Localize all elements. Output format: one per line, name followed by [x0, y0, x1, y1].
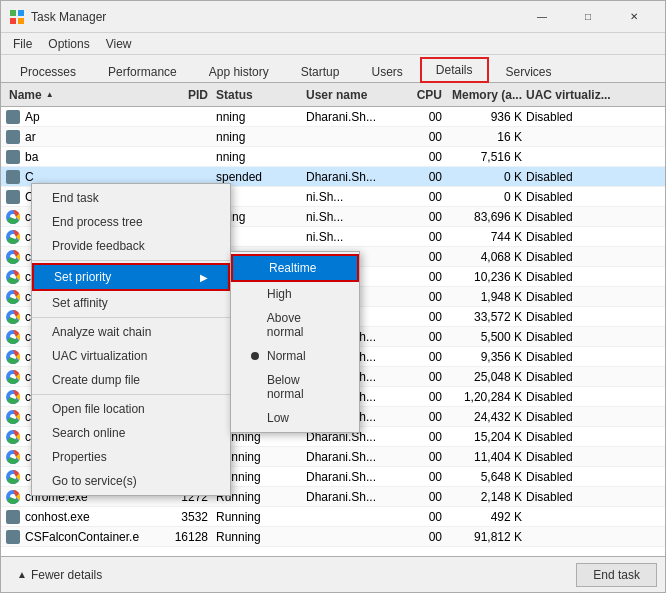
cell-uac: Disabled: [526, 110, 616, 124]
cell-user: Dharani.Sh...: [306, 110, 406, 124]
cell-cpu: 00: [406, 170, 446, 184]
menu-bar: File Options View: [1, 33, 665, 55]
tab-app-history[interactable]: App history: [194, 60, 284, 83]
ctx-end-process-tree[interactable]: End process tree: [32, 210, 230, 234]
svg-rect-1: [18, 10, 24, 16]
ctx-search-online[interactable]: Search online: [32, 421, 230, 445]
cell-mem: 83,696 K: [446, 210, 526, 224]
priority-realtime-label: Realtime: [269, 261, 316, 275]
cell-pid: 3532: [161, 510, 216, 524]
tab-services[interactable]: Services: [491, 60, 567, 83]
table-row[interactable]: ar nning 00 16 K: [1, 127, 665, 147]
ctx-separator-3: [32, 394, 230, 395]
cell-user: ni.Sh...: [306, 210, 406, 224]
cell-uac: Disabled: [526, 490, 616, 504]
ctx-open-file-location[interactable]: Open file location: [32, 397, 230, 421]
priority-normal-label: Normal: [267, 349, 306, 363]
cell-cpu: 00: [406, 190, 446, 204]
cell-mem: 4,068 K: [446, 250, 526, 264]
cell-process-name: ba: [1, 149, 161, 165]
maximize-button[interactable]: □: [565, 1, 611, 33]
process-icon: [5, 229, 21, 245]
cell-user: ni.Sh...: [306, 230, 406, 244]
cell-mem: 0 K: [446, 170, 526, 184]
tab-performance[interactable]: Performance: [93, 60, 192, 83]
svg-rect-5: [6, 130, 20, 144]
tab-startup[interactable]: Startup: [286, 60, 355, 83]
cell-uac: Disabled: [526, 370, 616, 384]
menu-options[interactable]: Options: [40, 35, 97, 53]
cell-mem: 5,500 K: [446, 330, 526, 344]
cell-cpu: 00: [406, 150, 446, 164]
tab-processes[interactable]: Processes: [5, 60, 91, 83]
cell-mem: 0 K: [446, 190, 526, 204]
cell-uac: Disabled: [526, 410, 616, 424]
cell-cpu: 00: [406, 110, 446, 124]
cell-user: Dharani.Sh...: [306, 470, 406, 484]
ctx-set-priority-label: Set priority: [54, 270, 111, 284]
cell-cpu: 00: [406, 350, 446, 364]
cell-mem: 24,432 K: [446, 410, 526, 424]
col-header-cpu[interactable]: CPU: [406, 88, 446, 102]
priority-below-normal-label: Below normal: [267, 373, 339, 401]
cell-cpu: 00: [406, 290, 446, 304]
tab-bar: Processes Performance App history Startu…: [1, 55, 665, 83]
col-header-pid[interactable]: PID: [161, 88, 216, 102]
ctx-end-task[interactable]: End task: [32, 186, 230, 210]
cell-mem: 1,948 K: [446, 290, 526, 304]
cell-uac: Disabled: [526, 290, 616, 304]
priority-normal[interactable]: Normal: [231, 344, 359, 368]
process-icon: [5, 529, 21, 545]
col-header-mem[interactable]: Memory (a...: [446, 88, 526, 102]
task-manager-window: Task Manager — □ ✕ File Options View Pro…: [0, 0, 666, 593]
priority-above-normal[interactable]: Above normal: [231, 306, 359, 344]
tab-users[interactable]: Users: [356, 60, 417, 83]
submenu-arrow-icon: ▶: [200, 272, 208, 283]
table-row[interactable]: conhost.exe 3532 Running 00 492 K: [1, 507, 665, 527]
cell-uac: Disabled: [526, 210, 616, 224]
table-row[interactable]: ba nning 00 7,516 K: [1, 147, 665, 167]
priority-high[interactable]: High: [231, 282, 359, 306]
cell-mem: 7,516 K: [446, 150, 526, 164]
fewer-details-label: Fewer details: [31, 568, 102, 582]
title-bar: Task Manager — □ ✕: [1, 1, 665, 33]
tab-details[interactable]: Details: [420, 57, 489, 83]
cell-uac: Disabled: [526, 390, 616, 404]
ctx-properties[interactable]: Properties: [32, 445, 230, 469]
ctx-provide-feedback[interactable]: Provide feedback: [32, 234, 230, 258]
table-row[interactable]: CSFalconContainer.e 16128 Running 00 91,…: [1, 527, 665, 547]
ctx-analyze-wait-chain[interactable]: Analyze wait chain: [32, 320, 230, 344]
end-task-button[interactable]: End task: [576, 563, 657, 587]
app-icon: [9, 9, 25, 25]
priority-low[interactable]: Low: [231, 406, 359, 430]
cell-pid: 16128: [161, 530, 216, 544]
cell-uac: Disabled: [526, 470, 616, 484]
ctx-separator-2: [32, 317, 230, 318]
fewer-details-arrow-icon: ▲: [17, 569, 27, 580]
minimize-button[interactable]: —: [519, 1, 565, 33]
table-row[interactable]: Ap nning Dharani.Sh... 00 936 K Disabled: [1, 107, 665, 127]
col-header-user[interactable]: User name: [306, 88, 406, 102]
ctx-set-priority[interactable]: Set priority ▶: [32, 263, 230, 291]
menu-file[interactable]: File: [5, 35, 40, 53]
ctx-go-to-service[interactable]: Go to service(s): [32, 469, 230, 493]
fewer-details-button[interactable]: ▲ Fewer details: [9, 564, 110, 586]
cell-mem: 16 K: [446, 130, 526, 144]
col-header-uac[interactable]: UAC virtualiz...: [526, 88, 616, 102]
menu-view[interactable]: View: [98, 35, 140, 53]
close-button[interactable]: ✕: [611, 1, 657, 33]
cell-status: nning: [216, 110, 306, 124]
cell-status: Running: [216, 530, 306, 544]
process-icon: [5, 109, 21, 125]
ctx-uac-virtualization[interactable]: UAC virtualization: [32, 344, 230, 368]
window-title: Task Manager: [31, 10, 519, 24]
process-icon: [5, 509, 21, 525]
priority-realtime[interactable]: Realtime: [231, 254, 359, 282]
ctx-set-affinity[interactable]: Set affinity: [32, 291, 230, 315]
title-bar-controls: — □ ✕: [519, 1, 657, 33]
ctx-create-dump-file[interactable]: Create dump file: [32, 368, 230, 392]
col-header-name[interactable]: Name ▲: [1, 88, 161, 102]
col-header-status[interactable]: Status: [216, 88, 306, 102]
svg-rect-7: [6, 170, 20, 184]
priority-below-normal[interactable]: Below normal: [231, 368, 359, 406]
